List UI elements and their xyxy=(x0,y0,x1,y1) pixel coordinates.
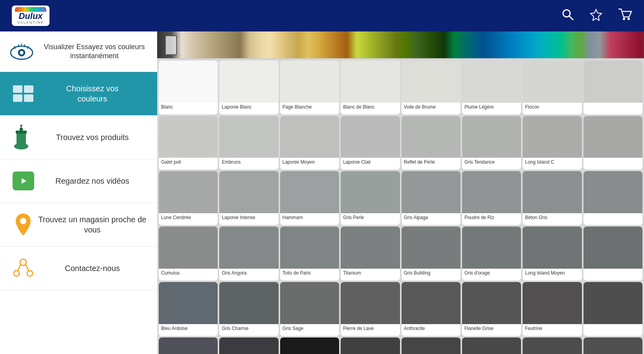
swatch-color-the-fume xyxy=(462,337,521,354)
play-icon xyxy=(9,167,37,195)
swatch-label-bleu-ardoise: Bleu Ardoise xyxy=(159,324,218,336)
logo-box: Dulux VALENTINE xyxy=(12,6,50,26)
contact-label: Contactez-nous xyxy=(37,263,148,273)
swatch-gris-alpaga[interactable]: Gris Alpaga xyxy=(402,171,461,225)
logo-valentine: VALENTINE xyxy=(17,20,44,24)
swatch-gris-dorage[interactable]: Gris d'orage xyxy=(462,227,521,280)
choose-colors-label: Choisissez voscouleurs xyxy=(37,83,148,104)
swatch-long-island-moyen[interactable]: Long Island Moyen xyxy=(523,227,582,280)
svg-line-9 xyxy=(18,44,19,47)
swatch-gris-sage[interactable]: Gris Sage xyxy=(280,282,339,336)
swatch-poivre[interactable]: Poivre xyxy=(219,337,278,354)
swatch-gris-angora[interactable]: Gris Angora xyxy=(219,227,278,280)
swatch-gris-building[interactable]: Gris Building xyxy=(402,227,461,280)
sidebar-item-choose-colors[interactable]: Choisissez voscouleurs xyxy=(0,72,157,116)
swatch-blanc-de-blanc[interactable]: Blanc de Blanc xyxy=(341,61,400,114)
sidebar-item-contact[interactable]: Contactez-nous xyxy=(0,247,157,290)
swatch-cumulus[interactable]: Cumulus xyxy=(159,227,218,280)
swatch-laponie-blanc[interactable]: Laponie Blanc xyxy=(219,61,278,114)
swatch-feutrine[interactable]: Feutrine xyxy=(523,282,582,336)
swatch-laponie-clair[interactable]: Laponie Clair xyxy=(341,116,400,170)
swatch-gris-charme[interactable]: Gris Charme xyxy=(219,282,278,336)
swatch-label-hammam: Hammam xyxy=(280,213,339,225)
swatch-color-gris-sage xyxy=(280,282,339,324)
swatch-embruns[interactable]: Embruns xyxy=(219,116,278,170)
products-label: Trouvez vos produits xyxy=(37,132,148,142)
swatch-color-noir xyxy=(280,337,339,354)
swatch-poudre-de-riz[interactable]: Poudre de Riz xyxy=(462,171,521,225)
svg-point-4 xyxy=(627,18,630,20)
svg-line-24 xyxy=(18,265,20,271)
swatch-bleu-ardoise[interactable]: Bleu Ardoise xyxy=(159,282,218,336)
swatch-empty1[interactable] xyxy=(583,61,642,114)
swatches-container[interactable]: BlancLaponie BlancPage BlancheBlanc de B… xyxy=(157,59,644,354)
swatch-hammam[interactable]: Hammam xyxy=(280,171,339,225)
cart-icon[interactable] xyxy=(618,8,632,24)
swatch-label-anthracite: Anthracite xyxy=(402,324,461,336)
swatch-toits-de-paris[interactable]: Toits de Paris xyxy=(280,227,339,280)
swatch-blanc[interactable]: Blanc xyxy=(159,61,218,114)
swatch-color-crepuscule xyxy=(159,337,218,354)
swatch-beton-gris[interactable]: Béton Gris xyxy=(523,171,582,225)
swatch-color-flocon xyxy=(523,61,582,103)
swatch-anthracite[interactable]: Anthracite xyxy=(402,282,461,336)
header: Dulux VALENTINE xyxy=(0,0,644,31)
swatch-reflet-de-perle[interactable]: Reflet de Perle xyxy=(402,116,461,170)
swatch-color-poivre xyxy=(219,337,278,354)
swatch-pierre-de-lave[interactable]: Pierre de Lave xyxy=(341,282,400,336)
swatch-laponie-moyen[interactable]: Laponie Moyen xyxy=(280,116,339,170)
swatch-color-reflet-de-perle xyxy=(402,116,461,158)
swatch-long-island-intense[interactable]: Long Island Intense xyxy=(341,337,400,354)
swatch-gris-ferronnerie[interactable]: Gris Ferronnerie xyxy=(402,337,461,354)
swatch-titanium[interactable]: Titanium xyxy=(341,227,400,280)
search-icon[interactable] xyxy=(561,8,574,24)
swatch-empty3[interactable] xyxy=(583,171,642,225)
swatch-color-cumulus xyxy=(159,227,218,269)
spectrum-selector[interactable] xyxy=(165,35,177,55)
swatch-color-beton-gris xyxy=(523,171,582,213)
swatch-voile-de-brume[interactable]: Voile de Brume xyxy=(402,61,461,114)
swatch-color-long-island-moyen xyxy=(523,227,582,269)
favorites-icon[interactable] xyxy=(590,8,602,24)
swatch-gris-tendance[interactable]: Gris Tendance xyxy=(462,116,521,170)
swatch-flanelle-grise[interactable]: Flanelle Grise xyxy=(462,282,521,336)
swatch-label-gris-charme: Gris Charme xyxy=(219,324,278,336)
swatch-label-gris-building: Gris Building xyxy=(402,269,461,280)
swatch-label-embruns: Embruns xyxy=(219,158,278,170)
swatch-label-toits-de-paris: Toits de Paris xyxy=(280,269,339,280)
swatch-crepuscule[interactable]: Crépuscule xyxy=(159,337,218,354)
swatch-label-poudre-de-riz: Poudre de Riz xyxy=(462,213,521,225)
swatch-label-galet-poli: Galet poli xyxy=(159,158,218,170)
swatch-empty2[interactable] xyxy=(583,116,642,170)
swatch-color-feutrine xyxy=(523,282,582,324)
swatch-color-hammam xyxy=(280,171,339,213)
swatch-flocon[interactable]: Flocon xyxy=(523,61,582,114)
swatch-noir[interactable]: Noir xyxy=(280,337,339,354)
swatch-plume-legere[interactable]: Plume Légère xyxy=(462,61,521,114)
swatch-empty5[interactable] xyxy=(583,282,642,336)
swatch-label-pierre-de-lave: Pierre de Lave xyxy=(341,324,400,336)
spectrum-bar[interactable] xyxy=(157,31,644,59)
swatch-giboulee[interactable]: Giboulée xyxy=(523,337,582,354)
svg-rect-14 xyxy=(17,133,26,147)
swatch-galet-poli[interactable]: Galet poli xyxy=(159,116,218,170)
swatch-color-embruns xyxy=(219,116,278,158)
swatch-empty6[interactable] xyxy=(583,337,642,354)
sidebar-item-visualizer[interactable]: Visualizer Essayez vos couleurs instanta… xyxy=(0,31,157,72)
svg-point-21 xyxy=(20,259,26,266)
swatch-label-gris-dorage: Gris d'orage xyxy=(462,269,521,280)
swatch-gris-perle[interactable]: Gris Perle xyxy=(341,171,400,225)
swatch-lune-cendree[interactable]: Lune Cendrée xyxy=(159,171,218,225)
swatch-the-fume[interactable]: Thé Fumé xyxy=(462,337,521,354)
swatch-long-island-c[interactable]: Long Island C xyxy=(523,116,582,170)
swatch-empty4[interactable] xyxy=(583,227,642,280)
swatch-laponie-intense[interactable]: Laponie Intense xyxy=(219,171,278,225)
swatch-color-giboulee xyxy=(523,337,582,354)
swatch-color-gris-ferronnerie xyxy=(402,337,461,354)
swatch-page-blanche[interactable]: Page Blanche xyxy=(280,61,339,114)
swatch-color-laponie-blanc xyxy=(219,61,278,103)
sidebar-item-store[interactable]: Trouvez un magasin proche de vous xyxy=(0,203,157,247)
sidebar-item-videos[interactable]: Regardez nos vidéos xyxy=(0,159,157,203)
swatch-color-empty5 xyxy=(583,282,642,324)
sidebar-item-products[interactable]: Trouvez vos produits xyxy=(0,116,157,159)
